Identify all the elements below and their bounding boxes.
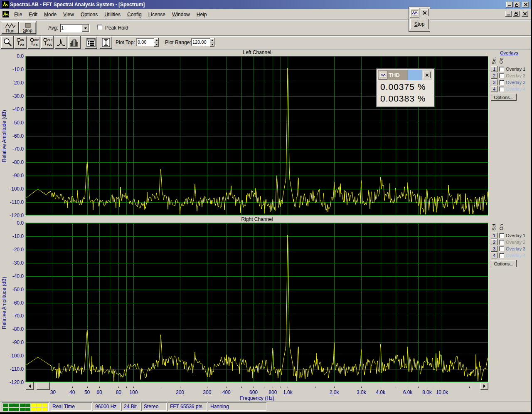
child-restore-button[interactable] xyxy=(513,11,520,17)
overlay-on-checkbox-2[interactable] xyxy=(499,240,504,245)
plot-range-spinner[interactable] xyxy=(210,38,214,47)
meter-yellow-block xyxy=(42,404,47,407)
x-tick xyxy=(442,387,442,388)
stop-label: Stop xyxy=(23,28,32,33)
x-tick xyxy=(227,387,227,388)
x-tick xyxy=(207,387,207,388)
overlay-on-checkbox-4[interactable] xyxy=(499,87,504,92)
y-tick-label: -40.0 xyxy=(0,107,24,112)
thd-title-bar[interactable]: THD xyxy=(378,70,432,80)
child-minimize-button[interactable] xyxy=(505,11,512,17)
vertical-range-button[interactable] xyxy=(100,36,112,49)
overlay-set-button-1[interactable]: 1 xyxy=(491,233,498,238)
overlay-on-checkbox-1[interactable] xyxy=(499,67,504,72)
stop-button[interactable]: Stop xyxy=(19,22,36,34)
thd-window-icon-button[interactable] xyxy=(379,71,387,79)
svg-text:IN: IN xyxy=(21,39,24,42)
menu-window[interactable]: Window xyxy=(169,11,193,18)
title-bar[interactable]: SpectraLAB - FFT Spectral Analysis Syste… xyxy=(0,0,531,9)
minimize-button[interactable] xyxy=(506,2,513,7)
set-column-label: Set xyxy=(491,56,497,65)
overlay-on-checkbox-3[interactable] xyxy=(499,80,504,85)
menu-mode[interactable]: Mode xyxy=(41,11,60,18)
menu-view[interactable]: View xyxy=(60,11,77,18)
mini-stop-window: Stop xyxy=(409,7,430,32)
svg-text:OUT: OUT xyxy=(34,39,39,42)
plot-top-input[interactable] xyxy=(136,38,155,46)
overlay-on-checkbox-3[interactable] xyxy=(499,246,504,251)
scroll-thumb[interactable] xyxy=(37,382,50,390)
child-close-button[interactable] xyxy=(522,11,528,17)
right-channel-plot[interactable] xyxy=(26,223,488,382)
meter-yellow-block xyxy=(42,408,47,411)
menu-options[interactable]: Options xyxy=(77,11,101,18)
thd-value-left: 0.00375 % xyxy=(380,82,426,92)
thd-value-right: 0.00383 % xyxy=(380,94,426,104)
mini-close-button[interactable] xyxy=(421,9,429,16)
overlays-options-button[interactable]: Options... xyxy=(491,94,517,101)
bar-display-button[interactable] xyxy=(68,36,81,49)
overlay-on-checkbox-2[interactable] xyxy=(499,73,504,78)
thd-close-button[interactable] xyxy=(423,72,431,78)
y-tick-label: -10.0 xyxy=(0,233,24,239)
x-tick-label: 30 xyxy=(50,389,56,395)
plot-range-input[interactable] xyxy=(191,38,211,46)
overlay-set-button-3[interactable]: 3 xyxy=(491,79,498,85)
x-tick xyxy=(281,387,281,388)
overlay-set-button-4[interactable]: 4 xyxy=(491,86,498,92)
zoom-cursor-button[interactable] xyxy=(1,36,14,49)
plot-top-spinner[interactable] xyxy=(154,38,159,47)
overlay-on-checkbox-1[interactable] xyxy=(499,233,504,238)
menu-config[interactable]: Config xyxy=(124,11,145,18)
meter-green-block xyxy=(3,404,8,407)
menu-help[interactable]: Help xyxy=(193,11,210,18)
restore-button[interactable] xyxy=(514,2,520,7)
display-options-button[interactable] xyxy=(85,36,97,49)
avg-dropdown-button[interactable] xyxy=(82,25,89,32)
overlay-on-checkbox-4[interactable] xyxy=(499,253,504,258)
display-options-icon xyxy=(86,37,96,47)
peak-hold-label: Peak Hold xyxy=(105,25,128,31)
avg-combobox[interactable]: 1 xyxy=(60,24,90,32)
scroll-right-button[interactable] xyxy=(480,382,488,390)
zoom-in-2x-button[interactable]: IN 2X xyxy=(15,36,27,49)
zoom-in-2x-icon: IN 2X xyxy=(16,37,26,47)
zoom-out-2x-button[interactable]: OUT 2X xyxy=(28,36,40,49)
svg-text:2X: 2X xyxy=(33,43,38,47)
zoom-out-full-button[interactable]: OUT FULL xyxy=(41,36,54,49)
overlays-heading[interactable]: Overlays xyxy=(500,50,518,55)
menu-file[interactable]: File xyxy=(11,11,25,18)
close-icon xyxy=(426,74,429,77)
overlays-options-button[interactable]: Options... xyxy=(491,260,517,267)
menu-bar-items: FileEditModeViewOptionsUtilitiesConfigLi… xyxy=(11,11,210,18)
meter-yellow-block xyxy=(37,404,42,407)
overlay-set-button-2[interactable]: 2 xyxy=(491,73,498,79)
menu-edit[interactable]: Edit xyxy=(25,11,41,18)
meter-green-block xyxy=(9,408,14,411)
x-tick-label: 600 xyxy=(249,389,258,395)
mini-stop-button[interactable]: Stop xyxy=(410,19,429,29)
overlay-set-button-2[interactable]: 2 xyxy=(491,239,498,245)
menu-license[interactable]: License xyxy=(145,11,169,18)
x-tick xyxy=(72,387,73,388)
spin-down-icon xyxy=(210,42,214,47)
close-icon xyxy=(423,11,426,15)
menu-utilities[interactable]: Utilities xyxy=(101,11,124,18)
overlay-set-button-3[interactable]: 3 xyxy=(491,246,498,252)
mini-window-icon-button[interactable] xyxy=(410,8,419,17)
x-tick-label: 80 xyxy=(116,389,121,395)
close-button[interactable] xyxy=(522,2,529,7)
meter-green-block xyxy=(20,408,25,411)
waveform-icon xyxy=(380,73,386,77)
scroll-left-button[interactable] xyxy=(26,382,34,390)
overlay-set-button-4[interactable]: 4 xyxy=(491,253,498,258)
peak-curve-button[interactable] xyxy=(55,36,67,49)
status-bar: Real Time96000 Hz24 BitStereoFFT 65536 p… xyxy=(0,401,531,412)
run-button[interactable]: Run xyxy=(2,22,19,34)
x-tick xyxy=(418,387,419,388)
y-tick-label: -10.0 xyxy=(0,67,24,72)
y-tick-label: -120.0 xyxy=(0,379,24,385)
y-tick-label: -50.0 xyxy=(0,120,24,126)
peak-hold-checkbox[interactable] xyxy=(97,25,102,30)
overlay-set-button-1[interactable]: 1 xyxy=(491,66,498,72)
